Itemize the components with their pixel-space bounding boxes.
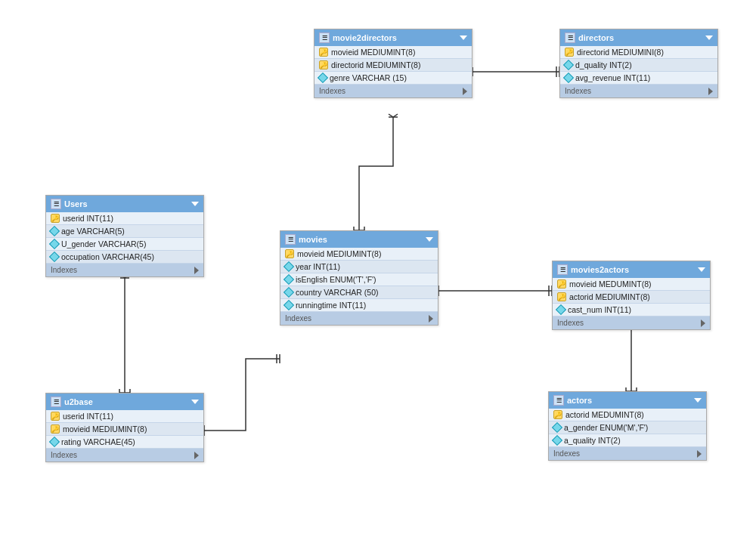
key-icon: 🔑	[557, 292, 566, 301]
field-row[interactable]: a_gender ENUM('M','F')	[549, 421, 706, 434]
table-directors[interactable]: ☰ directors 🔑 directorid MEDIUMINI(8) d_…	[559, 29, 718, 98]
table-indexes[interactable]: Indexes	[553, 316, 710, 329]
key-icon: 🔑	[553, 410, 562, 419]
field-row[interactable]: 🔑 actorid MEDIUMINT(8)	[553, 291, 710, 304]
field-name: a_quality INT(2)	[564, 436, 621, 445]
field-name: country VARCHAR (50)	[296, 288, 379, 297]
field-row[interactable]: isEnglish ENUM('T','F')	[280, 273, 438, 286]
dropdown-arrow-icon[interactable]	[705, 35, 713, 40]
key-icon: 🔑	[565, 48, 574, 57]
field-row[interactable]: rating VARCHAE(45)	[46, 436, 203, 449]
field-row[interactable]: 🔑 userid INT(11)	[46, 410, 203, 423]
indexes-label: Indexes	[557, 319, 584, 327]
key-icon: 🔑	[51, 412, 60, 421]
table-directors-header[interactable]: ☰ directors	[560, 29, 717, 46]
field-row[interactable]: country VARCHAR (50)	[280, 286, 438, 299]
table-indexes[interactable]: Indexes	[46, 264, 203, 276]
table-indexes[interactable]: Indexes	[560, 85, 717, 97]
table-title: movie2directors	[333, 33, 397, 42]
table-icon: ☰	[565, 32, 575, 43]
indexes-arrow-icon[interactable]	[463, 88, 467, 95]
field-row[interactable]: 🔑 userid INT(11)	[46, 212, 203, 225]
table-users-header[interactable]: ☰ Users	[46, 196, 203, 212]
table-indexes[interactable]: Indexes	[46, 449, 203, 461]
svg-line-9	[393, 114, 398, 117]
field-row[interactable]: age VARCHAR(5)	[46, 225, 203, 238]
indexes-label: Indexes	[51, 266, 77, 274]
table-movies-header[interactable]: ☰ movies	[280, 231, 438, 248]
table-movie2directors-header[interactable]: ☰ movie2directors	[314, 29, 472, 46]
indexes-arrow-icon[interactable]	[429, 315, 433, 323]
diamond-icon	[284, 287, 294, 298]
field-name: cast_num INT(11)	[568, 305, 631, 314]
dropdown-arrow-icon[interactable]	[460, 35, 467, 40]
dropdown-arrow-icon[interactable]	[426, 237, 433, 242]
diamond-icon	[552, 422, 562, 433]
key-icon: 🔑	[557, 279, 566, 289]
table-movies2actors[interactable]: ☰ movies2actors 🔑 movieid MEDUMINT(8) 🔑 …	[552, 261, 711, 330]
field-row[interactable]: genre VARCHAR (15)	[314, 72, 472, 85]
field-row[interactable]: runningtime INT(11)	[280, 299, 438, 312]
diamond-icon	[49, 239, 60, 249]
diamond-icon	[318, 73, 328, 83]
table-actors-header[interactable]: ☰ actors	[549, 392, 706, 409]
field-row[interactable]: a_quality INT(2)	[549, 434, 706, 447]
indexes-arrow-icon[interactable]	[697, 450, 702, 458]
table-indexes[interactable]: Indexes	[314, 85, 472, 97]
key-icon: 🔑	[319, 48, 328, 57]
field-name: actorid MEDIUMINT(8)	[569, 292, 650, 301]
field-name: age VARCHAR(5)	[61, 227, 125, 236]
diamond-icon	[556, 304, 566, 315]
key-icon: 🔑	[51, 214, 60, 223]
table-u2base[interactable]: ☰ u2base 🔑 userid INT(11) 🔑 movieid MEDI…	[45, 393, 204, 462]
dropdown-arrow-icon[interactable]	[191, 202, 199, 206]
field-row[interactable]: cast_num INT(11)	[553, 304, 710, 316]
field-row[interactable]: 🔑 actorid MEDUMINT(8)	[549, 409, 706, 421]
field-row[interactable]: 🔑 directorid MEDIUMINT(8)	[314, 59, 472, 72]
field-row[interactable]: U_gender VARCHAR(5)	[46, 238, 203, 251]
field-name: a_gender ENUM('M','F')	[564, 423, 648, 432]
diamond-icon	[49, 437, 60, 447]
field-row[interactable]: 🔑 directorid MEDIUMINI(8)	[560, 46, 717, 59]
dropdown-arrow-icon[interactable]	[694, 398, 702, 403]
field-name: directorid MEDIUMINI(8)	[577, 48, 664, 57]
dropdown-arrow-icon[interactable]	[191, 400, 199, 404]
indexes-arrow-icon[interactable]	[701, 319, 705, 327]
field-name: d_quality INT(2)	[575, 60, 632, 69]
field-row[interactable]: year INT(11)	[280, 261, 438, 273]
table-indexes[interactable]: Indexes	[280, 312, 438, 325]
table-users[interactable]: ☰ Users 🔑 userid INT(11) age VARCHAR(5) …	[45, 195, 204, 277]
field-name: rating VARCHAE(45)	[61, 437, 135, 446]
indexes-arrow-icon[interactable]	[708, 88, 713, 95]
table-title: actors	[567, 396, 592, 405]
indexes-label: Indexes	[553, 449, 580, 458]
table-u2base-header[interactable]: ☰ u2base	[46, 394, 203, 410]
table-actors[interactable]: ☰ actors 🔑 actorid MEDUMINT(8) a_gender …	[548, 391, 707, 461]
table-indexes[interactable]: Indexes	[549, 447, 706, 460]
table-movies2actors-header[interactable]: ☰ movies2actors	[553, 261, 710, 278]
field-row[interactable]: 🔑 movieid MEDIUMINT(8)	[280, 248, 438, 261]
field-row[interactable]: 🔑 movieid MEDIUMINT(8)	[46, 423, 203, 436]
field-name: actorid MEDUMINT(8)	[565, 410, 644, 419]
field-row[interactable]: d_quality INT(2)	[560, 59, 717, 72]
field-name: U_gender VARCHAR(5)	[61, 239, 146, 248]
field-name: runningtime INT(11)	[296, 301, 366, 310]
field-row[interactable]: 🔑 movieid MEDIUMINT(8)	[314, 46, 472, 59]
field-name: directorid MEDIUMINT(8)	[331, 60, 420, 69]
table-icon: ☰	[285, 234, 296, 245]
field-row[interactable]: occupation VARCHAR(45)	[46, 251, 203, 264]
indexes-arrow-icon[interactable]	[194, 452, 199, 459]
table-title: movies	[299, 235, 327, 244]
table-movies[interactable]: ☰ movies 🔑 movieid MEDIUMINT(8) year INT…	[280, 230, 438, 326]
indexes-label: Indexes	[319, 87, 345, 95]
field-name: movieid MEDIUMINT(8)	[331, 48, 415, 57]
diamond-icon	[563, 73, 574, 83]
table-movie2directors[interactable]: ☰ movie2directors 🔑 movieid MEDIUMINT(8)…	[314, 29, 472, 98]
field-row[interactable]: 🔑 movieid MEDUMINT(8)	[553, 278, 710, 291]
indexes-arrow-icon[interactable]	[194, 267, 199, 274]
field-name: movieid MEDIUMINT(8)	[63, 424, 147, 434]
dropdown-arrow-icon[interactable]	[698, 267, 705, 272]
field-name: userid INT(11)	[63, 214, 113, 223]
diamond-icon	[563, 60, 574, 70]
field-row[interactable]: avg_revenue INT(11)	[560, 72, 717, 85]
